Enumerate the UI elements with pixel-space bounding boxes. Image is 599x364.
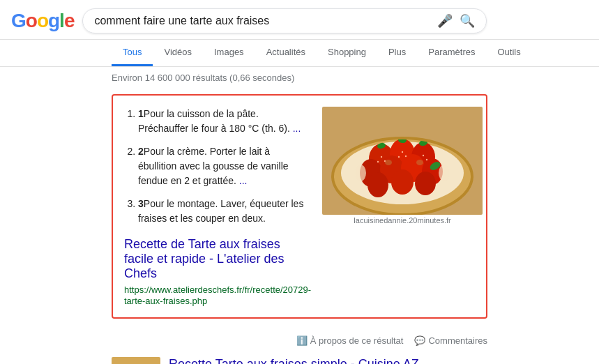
tab-outils[interactable]: Outils <box>486 40 531 66</box>
search-icons: 🎤 🔍 <box>437 13 475 29</box>
tab-actualites[interactable]: Actualités <box>255 40 317 66</box>
main-content: 1Pour la cuisson de la pâte. Préchauffer… <box>0 89 599 364</box>
tab-tous[interactable]: Tous <box>112 40 153 66</box>
tab-videos[interactable]: Vidéos <box>153 40 203 66</box>
svg-point-17 <box>405 156 407 157</box>
second-result-thumbnail <box>112 357 160 364</box>
featured-result-url[interactable]: https://www.atelierdeschefs.fr/fr/recett… <box>124 285 311 306</box>
search-bar: 🎤 🔍 <box>82 8 487 33</box>
featured-step-3: 3Pour le montage. Laver, équeuter les fr… <box>138 197 311 226</box>
featured-image <box>322 107 483 215</box>
featured-list: 1Pour la cuisson de la pâte. Préchauffer… <box>124 107 311 226</box>
featured-step-2: 2Pour la crème. Porter le lait à ébullit… <box>138 144 311 188</box>
svg-point-29 <box>439 165 450 181</box>
tab-parametres[interactable]: Paramètres <box>417 40 486 66</box>
nav-tabs: Tous Vidéos Images Actualités Shopping P… <box>0 40 599 67</box>
featured-result-title[interactable]: Recette de Tarte aux fraises facile et r… <box>124 237 311 281</box>
svg-point-15 <box>377 161 379 162</box>
comments-result[interactable]: 💬 Commentaires <box>414 335 487 346</box>
tab-plus[interactable]: Plus <box>377 40 417 66</box>
svg-point-13 <box>381 156 382 158</box>
svg-point-28 <box>355 165 366 181</box>
svg-point-11 <box>391 169 414 195</box>
svg-point-16 <box>402 151 403 153</box>
search-input[interactable] <box>94 15 432 27</box>
second-result-title[interactable]: Recette Tarte aux fraises simple - Cuisi… <box>169 357 487 364</box>
second-result-body: Recette Tarte aux fraises simple - Cuisi… <box>169 357 487 364</box>
tab-shopping[interactable]: Shopping <box>317 40 377 66</box>
comments-icon: 💬 <box>414 335 425 346</box>
image-caption: lacuisinedannie.20minutes.fr <box>354 216 450 225</box>
microphone-icon[interactable]: 🎤 <box>437 13 453 29</box>
google-logo: Google <box>11 10 74 32</box>
svg-point-20 <box>426 159 427 160</box>
featured-snippet: 1Pour la cuisson de la pâte. Préchauffer… <box>112 94 487 319</box>
featured-step-1: 1Pour la cuisson de la pâte. Préchauffer… <box>138 107 311 136</box>
search-icon[interactable]: 🔍 <box>460 13 475 29</box>
about-result[interactable]: ℹ️ À propos de ce résultat <box>296 335 404 346</box>
svg-point-18 <box>398 156 400 158</box>
svg-point-26 <box>416 160 423 165</box>
svg-point-10 <box>367 172 388 197</box>
featured-content: 1Pour la cuisson de la pâte. Préchauffer… <box>124 107 311 306</box>
svg-point-25 <box>385 160 392 165</box>
info-icon: ℹ️ <box>296 335 308 346</box>
svg-point-12 <box>415 172 436 195</box>
results-count: Environ 14 600 000 résultats (0,66 secon… <box>0 67 599 89</box>
result-meta: ℹ️ À propos de ce résultat 💬 Commentaire… <box>112 330 487 346</box>
second-result: Recette Tarte aux fraises simple - Cuisi… <box>112 357 487 364</box>
svg-point-19 <box>423 155 424 156</box>
svg-rect-30 <box>112 357 160 364</box>
header: Google 🎤 🔍 <box>0 0 599 40</box>
tab-images[interactable]: Images <box>203 40 255 66</box>
second-result-header: Recette Tarte aux fraises simple - Cuisi… <box>112 357 487 364</box>
